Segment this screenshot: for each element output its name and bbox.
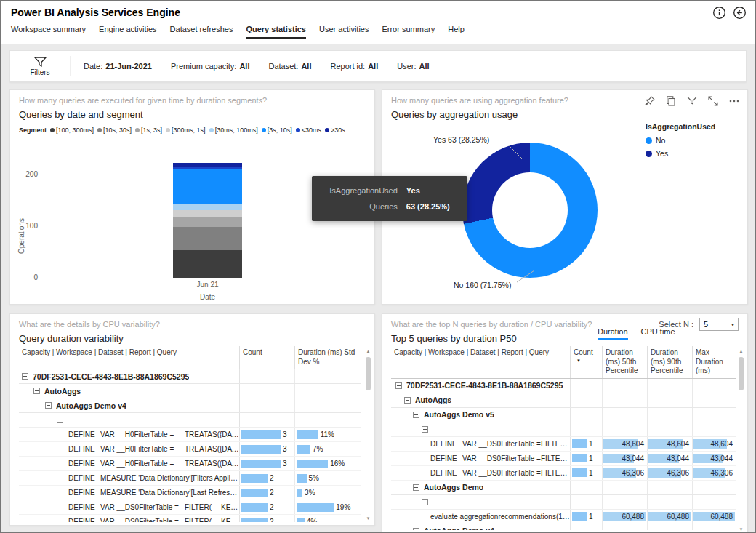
copy-icon[interactable] (665, 95, 677, 107)
query-text: DEFINE (430, 454, 462, 462)
scroll-thumb[interactable] (366, 357, 371, 390)
group-row[interactable]: AutoAggs (19, 384, 361, 398)
query-cell: AutoAggs Demo v4 (391, 526, 570, 530)
scroll-down-icon[interactable]: ▼ (737, 526, 745, 533)
collapse-toggle-icon[interactable] (413, 528, 419, 531)
legend-dot (262, 128, 266, 132)
bar-segment-300ms-1s[interactable] (173, 210, 242, 217)
legend-item-100-300ms[interactable]: [100, 300ms] (50, 127, 94, 134)
query-cell: DEFINEMEASURE 'Data Dictionary'[Last Ref… (19, 489, 239, 497)
collapse-toggle-icon[interactable] (404, 397, 411, 404)
tab-user-activities[interactable]: User activities (319, 25, 369, 39)
legend-item-no[interactable]: No (646, 136, 715, 145)
scroll-down-icon[interactable]: ▼ (364, 515, 372, 522)
pin-icon[interactable] (644, 95, 656, 107)
back-icon[interactable] (733, 6, 747, 20)
leader-line-no (516, 270, 535, 283)
query-row[interactable]: DEFINEVAR __H0FilterTable =TREATAS({DATE… (19, 428, 361, 442)
column-header-duration-p50[interactable]: Duration (ms) 50th Percentile (602, 346, 647, 378)
legend-item-yes[interactable]: Yes (646, 149, 715, 158)
more-options-icon[interactable] (728, 95, 740, 107)
query-row[interactable]: evaluate aggregationrecommendations(1.0)… (391, 510, 736, 524)
query-row[interactable]: DEFINEVAR __DS0FilterTable =FILTER(...14… (391, 466, 736, 481)
legend-label: [10s, 30s] (103, 127, 132, 134)
info-icon[interactable] (712, 6, 726, 20)
tab-dataset-refreshes[interactable]: Dataset refreshes (170, 25, 233, 39)
query-text: DEFINE (430, 469, 462, 477)
collapse-toggle-icon[interactable] (33, 388, 40, 394)
query-row[interactable]: DEFINEVAR __DS0FilterTable =FILTER(KEE..… (19, 515, 361, 522)
collapse-toggle-icon[interactable] (422, 426, 428, 433)
tab-error-summary[interactable]: Error summary (382, 25, 435, 39)
scroll-up-icon[interactable]: ▲ (737, 348, 745, 355)
expander-row[interactable] (19, 413, 361, 428)
query-text: VAR __H0FilterTable = (100, 430, 185, 438)
collapse-toggle-icon[interactable] (57, 417, 63, 423)
collapse-toggle-icon[interactable] (22, 373, 28, 380)
column-header-count[interactable]: Count ▼ (570, 346, 602, 378)
tab-query-statistics[interactable]: Query statistics (246, 25, 306, 39)
tab-help[interactable]: Help (448, 25, 465, 39)
legend-item-3s-10s[interactable]: [3s, 10s] (262, 127, 292, 134)
vertical-scrollbar[interactable]: ▲ ▼ (737, 348, 745, 533)
column-header-duration-p90[interactable]: Duration (ms) 90th Percentile (647, 346, 692, 378)
group-row[interactable]: AutoAggs (391, 393, 736, 408)
expander-row[interactable] (391, 495, 736, 510)
query-row[interactable]: DEFINEVAR __DS0FilterTable =FILTER(KEE..… (19, 500, 361, 515)
query-row[interactable]: DEFINEVAR __H0FilterTable =TREATAS((DATE… (19, 457, 361, 471)
collapse-toggle-icon[interactable] (413, 484, 419, 491)
slice-label-no: No 160 (71.75%) (454, 281, 511, 289)
query-row[interactable]: DEFINEVAR __DS0FilterTable =FILTER(...14… (391, 437, 736, 452)
query-row[interactable]: DEFINEMEASURE 'Data Dictionary'[Last Ref… (19, 486, 361, 500)
group-row[interactable]: AutoAggs Demo v4 (19, 398, 361, 413)
legend-item-300ms-1s[interactable]: [300ms, 1s] (166, 127, 206, 134)
group-row[interactable]: AutoAggs Demo v4 (391, 524, 736, 531)
filter-icon[interactable] (686, 95, 698, 107)
legend-item-30ms[interactable]: <30ms (296, 127, 321, 134)
bar-segment-10s-30s[interactable] (173, 227, 242, 250)
collapse-toggle-icon[interactable] (45, 402, 52, 409)
group-row[interactable]: AutoAggs Demo (391, 481, 736, 495)
legend-item-30ms-100ms[interactable]: [30ms, 100ms] (209, 127, 258, 134)
tab-workspace-summary[interactable]: Workspace summary (11, 25, 86, 39)
group-row[interactable]: 70DF2531-CECE-4843-8E1B-88A1869C5295 (19, 369, 361, 384)
scroll-up-icon[interactable]: ▲ (364, 348, 372, 355)
column-header-query[interactable]: Capacity | Workspace | Dataset | Report … (19, 346, 239, 369)
vertical-scrollbar[interactable]: ▲ ▼ (364, 348, 372, 522)
legend-item-1s-3s[interactable]: [1s, 3s] (135, 127, 162, 134)
select-n-dropdown[interactable]: 5 ▾ (699, 318, 739, 331)
column-header-query[interactable]: Capacity | Workspace | Dataset | Report … (391, 346, 570, 378)
group-row[interactable]: 70DF2531-CECE-4843-8E1B-88A1869C5295 (391, 379, 736, 393)
expander-row[interactable] (391, 422, 736, 437)
tab-duration[interactable]: Duration (598, 327, 628, 340)
query-row[interactable]: DEFINEMEASURE 'Data Dictionary'[Filters … (19, 471, 361, 486)
column-header-count[interactable]: Count (239, 346, 294, 369)
filters-button[interactable]: Filters (10, 57, 70, 76)
column-header-max-duration[interactable]: Max Duration (ms) (692, 346, 736, 378)
bar-segment-100-300ms[interactable] (173, 250, 242, 278)
value-text: 60,488 (667, 513, 689, 521)
column-header-stddev[interactable]: Duration (ms) Std Dev % (294, 346, 361, 369)
group-row[interactable]: AutoAggs Demo v5 (391, 408, 736, 422)
query-cell: DEFINEVAR __H0FilterTable =TREATAS({DATE… (19, 430, 239, 438)
app-window: Power BI Analysis Services Engine Worksp… (0, 0, 756, 533)
tab-engine-activities[interactable]: Engine activities (99, 25, 157, 39)
query-row[interactable]: DEFINEVAR __H0FilterTable =TREATAS({DATE… (19, 442, 361, 457)
bar-segment-3s-10s[interactable] (173, 169, 242, 204)
tab-cpu-time[interactable]: CPU time (641, 327, 675, 340)
collapse-toggle-icon[interactable] (413, 412, 419, 418)
scroll-thumb[interactable] (739, 357, 744, 390)
legend-item-10s-30s[interactable]: [10s, 30s] (97, 127, 132, 134)
collapse-toggle-icon[interactable] (422, 499, 428, 505)
query-row[interactable]: DEFINEVAR __DS0FilterTable =FILTER(...14… (391, 452, 736, 466)
collapse-toggle-icon[interactable] (395, 382, 402, 389)
query-cell: DEFINEVAR __H0FilterTable =TREATAS((DATE… (19, 460, 239, 468)
query-cell: AutoAggs Demo v5 (391, 410, 570, 419)
query-cell: DEFINEVAR __DS0FilterTable =FILTER(KEE..… (19, 518, 239, 522)
stddev-value: 4% (307, 518, 317, 522)
bar-segment-1s-3s[interactable] (173, 217, 242, 227)
value-text: 43,044 (622, 454, 644, 462)
legend-item-30s[interactable]: >30s (325, 127, 345, 134)
focus-mode-icon[interactable] (707, 95, 719, 107)
bar-segment-30ms-100ms[interactable] (173, 204, 242, 211)
